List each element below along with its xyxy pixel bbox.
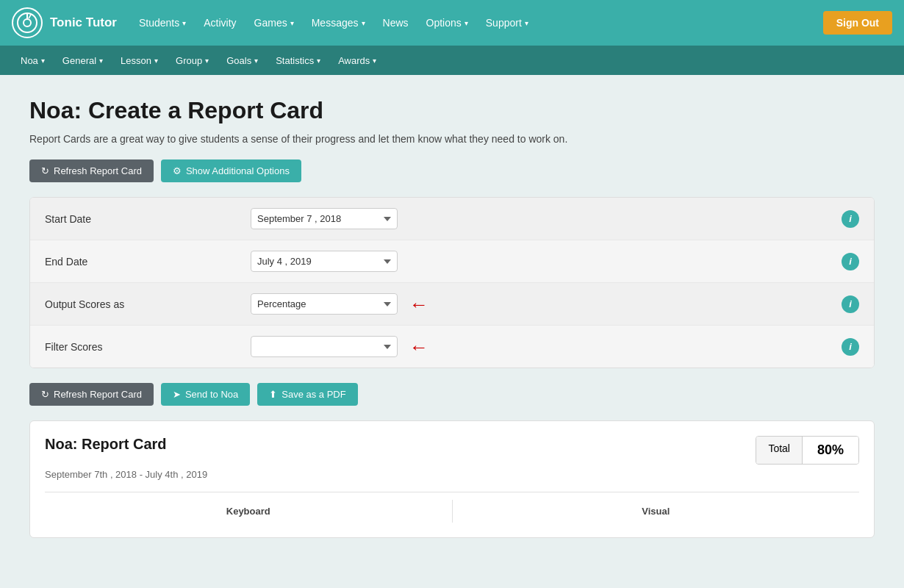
- chevron-down-icon: ▾: [41, 57, 45, 65]
- show-additional-options-button[interactable]: ⚙ Show Additional Options: [161, 159, 301, 182]
- nav-news[interactable]: News: [376, 11, 416, 35]
- chevron-down-icon: ▾: [205, 57, 209, 65]
- chevron-down-icon: ▾: [290, 19, 294, 27]
- refresh-icon: ↻: [41, 389, 49, 400]
- start-date-row: Start Date September 7 , 2018 i: [30, 198, 874, 240]
- subnav-goals[interactable]: Goals ▾: [218, 51, 267, 71]
- top-nav-menu: Students ▾ Activity Games ▾ Messages ▾ N…: [132, 11, 823, 35]
- report-card-title: Noa: Report Card: [45, 436, 167, 453]
- brand-name: Tonic Tutor: [50, 15, 117, 30]
- nav-messages[interactable]: Messages ▾: [304, 11, 373, 35]
- filter-scores-row: Filter Scores ← i: [30, 326, 874, 368]
- logo-icon: [12, 7, 43, 38]
- sign-out-button[interactable]: Sign Out: [823, 11, 892, 35]
- send-icon: ➤: [173, 389, 181, 400]
- main-content: Noa: Create a Report Card Report Cards a…: [0, 75, 904, 588]
- report-col-keyboard: Keyboard: [45, 500, 453, 523]
- save-as-pdf-button[interactable]: ⬆ Save as a PDF: [257, 383, 357, 406]
- red-arrow-filter-icon: ←: [409, 337, 428, 356]
- svg-line-3: [29, 15, 31, 18]
- page-description: Report Cards are a great way to give stu…: [29, 133, 875, 145]
- subnav-awards[interactable]: Awards ▾: [329, 51, 385, 71]
- refresh-icon: ↻: [41, 165, 49, 176]
- report-card-header: Noa: Report Card Total 80%: [45, 436, 859, 465]
- output-scores-select[interactable]: Percentage Raw Score: [251, 293, 398, 315]
- total-label: Total: [756, 437, 803, 464]
- pdf-icon: ⬆: [269, 389, 277, 400]
- options-card: Start Date September 7 , 2018 i End Date…: [29, 197, 875, 368]
- report-card-dates: September 7th , 2018 - July 4th , 2019: [45, 469, 859, 480]
- subnav-noa[interactable]: Noa ▾: [12, 51, 54, 71]
- bottom-button-row: ↻ Refresh Report Card ➤ Send to Noa ⬆ Sa…: [29, 383, 875, 406]
- top-button-row: ↻ Refresh Report Card ⚙ Show Additional …: [29, 159, 875, 182]
- filter-scores-control: ← i: [251, 336, 859, 357]
- sub-navigation: Noa ▾ General ▾ Lesson ▾ Group ▾ Goals ▾…: [0, 46, 904, 75]
- send-to-noa-button[interactable]: ➤ Send to Noa: [161, 383, 250, 406]
- filter-scores-select[interactable]: [251, 336, 398, 357]
- end-date-row: End Date July 4 , 2019 i: [30, 240, 874, 283]
- report-card-columns: Keyboard Visual: [45, 492, 859, 523]
- output-scores-label: Output Scores as: [45, 298, 251, 310]
- subnav-lesson[interactable]: Lesson ▾: [112, 51, 167, 71]
- total-box: Total 80%: [756, 436, 859, 465]
- chevron-down-icon: ▾: [317, 57, 320, 65]
- start-date-select[interactable]: September 7 , 2018: [251, 208, 398, 229]
- chevron-down-icon: ▾: [525, 19, 528, 27]
- gear-icon: ⚙: [173, 165, 182, 176]
- nav-support[interactable]: Support ▾: [478, 11, 536, 35]
- chevron-down-icon: ▾: [464, 19, 468, 27]
- top-navigation: Tonic Tutor Students ▾ Activity Games ▾ …: [0, 0, 904, 46]
- refresh-report-card-button-top[interactable]: ↻ Refresh Report Card: [29, 159, 154, 182]
- end-date-select[interactable]: July 4 , 2019: [251, 251, 398, 272]
- chevron-down-icon: ▾: [99, 57, 103, 65]
- end-date-info-icon[interactable]: i: [842, 253, 859, 270]
- start-date-label: Start Date: [45, 213, 251, 225]
- subnav-statistics[interactable]: Statistics ▾: [267, 51, 329, 71]
- output-scores-row: Output Scores as Percentage Raw Score ← …: [30, 283, 874, 326]
- start-date-info-icon[interactable]: i: [842, 210, 859, 228]
- filter-scores-label: Filter Scores: [45, 341, 251, 353]
- chevron-down-icon: ▾: [254, 57, 258, 65]
- report-col-visual: Visual: [453, 500, 860, 523]
- total-value: 80%: [803, 437, 858, 464]
- report-card-section: Noa: Report Card Total 80% September 7th…: [29, 420, 875, 538]
- start-date-control: September 7 , 2018 i: [251, 208, 859, 229]
- nav-games[interactable]: Games ▾: [247, 11, 301, 35]
- chevron-down-icon: ▾: [362, 19, 365, 27]
- subnav-group[interactable]: Group ▾: [167, 51, 218, 71]
- red-arrow-output-icon: ←: [409, 295, 428, 314]
- output-scores-control: Percentage Raw Score ← i: [251, 293, 859, 315]
- output-scores-info-icon[interactable]: i: [842, 295, 859, 313]
- subnav-general[interactable]: General ▾: [54, 51, 112, 71]
- svg-point-1: [24, 19, 31, 26]
- end-date-label: End Date: [45, 256, 251, 268]
- nav-options[interactable]: Options ▾: [419, 11, 476, 35]
- chevron-down-icon: ▾: [182, 19, 186, 27]
- chevron-down-icon: ▾: [154, 57, 158, 65]
- nav-students[interactable]: Students ▾: [132, 11, 193, 35]
- page-title: Noa: Create a Report Card: [29, 97, 875, 124]
- chevron-down-icon: ▾: [373, 57, 376, 65]
- end-date-control: July 4 , 2019 i: [251, 251, 859, 272]
- nav-activity[interactable]: Activity: [196, 11, 243, 35]
- logo-area: Tonic Tutor: [12, 7, 117, 38]
- refresh-report-card-button-bottom[interactable]: ↻ Refresh Report Card: [29, 383, 154, 406]
- filter-scores-info-icon[interactable]: i: [842, 338, 859, 356]
